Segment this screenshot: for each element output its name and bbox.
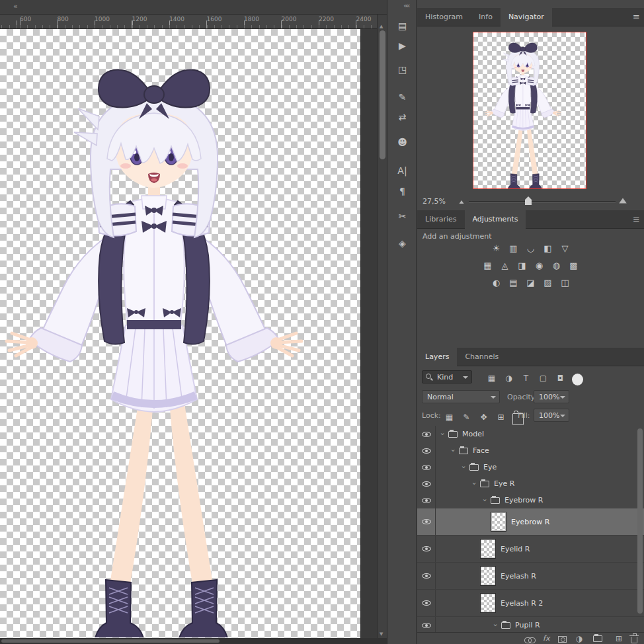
group-expand-chevron-icon[interactable]: › [460,463,467,471]
navigator-preview[interactable] [473,32,586,189]
tab-adjustments[interactable]: Adjustments [465,210,526,229]
threshold-icon[interactable]: ◪ [524,276,538,290]
vibrance-icon[interactable]: ▽ [559,242,572,255]
new-adjustment-layer-icon[interactable]: ◑ [575,633,582,644]
color-lookup-icon[interactable]: ▩ [567,259,581,272]
visibility-eye-icon[interactable] [417,442,436,459]
vertical-scroll-thumb[interactable] [380,30,385,159]
group-expand-chevron-icon[interactable]: › [481,497,489,504]
layer-row-face[interactable]: ›Face [417,442,644,459]
filter-shape-layers-icon[interactable]: ▢ [538,372,549,384]
collapse-left-chevrons-icon[interactable]: « [13,2,17,11]
document-canvas[interactable] [0,29,360,638]
lock-artboard-icon[interactable]: ⊞ [495,411,506,423]
layer-row-model[interactable]: ›Model [417,426,644,442]
tab-layers[interactable]: Layers [417,348,457,366]
posterize-icon[interactable]: ▤ [507,276,520,290]
visibility-eye-icon[interactable] [417,459,436,475]
levels-icon[interactable]: ▥ [507,242,520,255]
visibility-eye-icon[interactable] [417,492,436,508]
group-expand-chevron-icon[interactable]: › [471,480,478,488]
zoom-percent[interactable]: 27,5% [423,197,446,206]
new-group-icon[interactable] [593,635,602,642]
photo-filter-icon[interactable]: ◉ [533,259,546,272]
layers-scrollbar[interactable] [637,427,643,629]
layer-effects-icon[interactable]: fx [543,633,549,644]
fill-select[interactable]: 100% [534,409,569,422]
slices-panel-icon[interactable]: ✂ [387,208,417,225]
export-panel-icon[interactable]: ◳ [387,61,417,78]
tab-histogram[interactable]: Histogram [417,8,471,26]
character-panel-icon[interactable]: A| [387,162,417,179]
layer-thumbnail[interactable] [481,540,495,558]
black-white-icon[interactable]: ◨ [516,259,529,272]
layer-row-eyelash-r-2[interactable]: Eyelash R 2 [417,590,644,617]
layer-thumbnail[interactable] [481,594,495,612]
visibility-eye-icon[interactable] [417,617,436,632]
layer-row-eyelash-r[interactable]: Eyelash R [417,563,644,590]
zoom-slider-thumb[interactable] [525,196,532,205]
hue-saturation-icon[interactable]: ▦ [481,259,495,272]
layer-row-eyebrow-r[interactable]: ›Eyebrow R [417,492,644,508]
channel-mixer-icon[interactable]: ◍ [550,259,563,272]
visibility-eye-icon[interactable] [417,426,436,442]
lock-paint-icon[interactable]: ✎ [461,411,472,423]
delete-layer-icon[interactable] [631,637,637,643]
actions-panel-icon[interactable]: ▶ [387,37,417,54]
panel-menu-icon[interactable]: ≡ [633,214,640,224]
zoom-slider[interactable] [469,201,616,203]
new-layer-icon[interactable]: ⊞ [616,633,622,644]
visibility-eye-icon[interactable] [417,508,436,535]
visibility-eye-icon[interactable] [417,590,436,616]
gradient-map-icon[interactable]: ▨ [542,276,555,290]
layer-row-pupil-r[interactable]: ›Pupil R [417,617,644,632]
lock-transparency-icon[interactable]: ▦ [444,411,455,423]
group-expand-chevron-icon[interactable]: › [439,430,446,438]
layers-scroll-thumb[interactable] [637,428,643,614]
exposure-icon[interactable]: ◧ [542,242,555,255]
layer-row-eye-r[interactable]: ›Eye R [417,475,644,492]
layer-row-eyebrow-r[interactable]: Eyebrow R [417,508,644,536]
visibility-eye-icon[interactable] [417,475,436,492]
group-expand-chevron-icon[interactable]: › [450,447,457,455]
scroll-up-icon[interactable]: ▲ [380,24,383,29]
tab-info[interactable]: Info [471,8,501,26]
filter-smart-objects-icon[interactable]: ◘ [555,372,566,384]
tab-libraries[interactable]: Libraries [417,210,465,229]
tool-presets-panel-icon[interactable]: ⇄ [387,108,417,126]
filter-pixel-layers-icon[interactable]: ▦ [486,372,497,384]
invert-icon[interactable]: ◐ [490,276,503,290]
lock-position-icon[interactable]: ✥ [478,411,489,423]
visibility-eye-icon[interactable] [417,536,436,562]
horizontal-scrollbar[interactable] [0,638,387,644]
collapse-panels-icon[interactable]: «« [403,1,408,10]
brightness-contrast-icon[interactable]: ☀ [490,242,503,255]
zoom-in-icon[interactable] [619,198,627,203]
3d-panel-icon[interactable]: ◈ [387,235,417,252]
clone-source-panel-icon[interactable]: ☻ [387,134,417,151]
layer-row-eyelid-r[interactable]: Eyelid R [417,536,644,563]
selective-color-icon[interactable]: ◫ [559,276,572,290]
filter-adjustment-layers-icon[interactable]: ◑ [503,372,514,384]
zoom-out-icon[interactable] [460,200,464,204]
blend-mode-select[interactable]: Normal [422,390,500,403]
scroll-down-icon[interactable]: ▼ [380,631,383,637]
layer-thumbnail[interactable] [491,512,506,531]
brush-settings-panel-icon[interactable]: ✎ [387,89,417,106]
horizontal-scroll-thumb[interactable] [1,639,220,643]
paragraph-panel-icon[interactable]: ¶ [387,182,417,200]
layer-row-eye[interactable]: ›Eye [417,459,644,475]
vertical-scrollbar[interactable]: ▲ ▼ [377,15,387,638]
panel-menu-icon[interactable]: ≡ [633,12,640,22]
group-expand-chevron-icon[interactable]: › [492,622,499,629]
color-balance-icon[interactable]: ◬ [499,259,512,272]
add-mask-icon[interactable] [558,636,567,643]
tab-navigator[interactable]: Navigator [501,8,552,26]
layer-filter-kind-select[interactable]: Kind [422,370,472,383]
tab-channels[interactable]: Channels [457,348,506,366]
filter-toggle[interactable] [572,374,583,385]
curves-icon[interactable]: ◡ [524,242,538,255]
opacity-select[interactable]: 100% [534,390,569,403]
layer-thumbnail[interactable] [481,567,495,585]
visibility-eye-icon[interactable] [417,563,436,589]
